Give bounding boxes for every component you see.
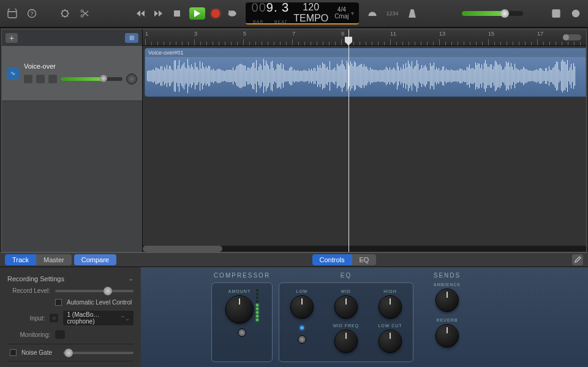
track-header-column: + ⊞ ∿ Voice-over xyxy=(2,29,143,252)
loops-icon[interactable] xyxy=(570,7,582,20)
editor-bar: Track Master Compare Controls EQ xyxy=(0,252,588,267)
count-in-label[interactable]: 1234 xyxy=(386,10,398,17)
metronome-icon[interactable] xyxy=(406,7,418,20)
inspector: Recording Settings ⌄ Record Level: Autom… xyxy=(0,267,141,367)
tab-controls[interactable]: Controls xyxy=(312,254,352,265)
help-icon[interactable]: ? xyxy=(26,7,38,20)
compressor-meter xyxy=(256,289,258,321)
eq-high-knob[interactable] xyxy=(379,295,402,319)
play-button[interactable] xyxy=(189,7,205,20)
tab-master[interactable]: Master xyxy=(36,254,72,265)
tab-eq[interactable]: EQ xyxy=(352,254,377,265)
eq-title: EQ xyxy=(279,272,413,279)
lcd-timesig[interactable]: 4/4 xyxy=(334,6,349,13)
svg-text:?: ? xyxy=(30,10,33,17)
ambience-knob[interactable] xyxy=(435,289,459,312)
lcd-display[interactable]: 009. 3 BAR BEAT 120 TEMPO 4/4 Cmaj ▾ xyxy=(246,2,359,25)
timeline: 135791113151719 Voice-over#01 xyxy=(143,29,586,252)
sends-title: SENDS xyxy=(420,272,475,279)
track-master-segment: Track Master xyxy=(5,254,72,265)
input-monitor-button[interactable] xyxy=(48,75,57,83)
recording-settings-header[interactable]: Recording Settings xyxy=(7,275,64,282)
auto-level-label: Automatic Level Control xyxy=(67,299,132,306)
amount-label: AMOUNT xyxy=(228,289,251,293)
waveform xyxy=(145,57,586,95)
zoom-scroll[interactable] xyxy=(563,34,581,40)
playhead[interactable] xyxy=(349,29,349,252)
monitoring-label: Monitoring: xyxy=(7,331,50,338)
record-level-label: Record Level: xyxy=(7,287,50,294)
pan-knob[interactable] xyxy=(126,74,137,85)
eq-lowcut-knob[interactable] xyxy=(379,330,402,353)
eq-jack[interactable] xyxy=(298,335,306,344)
cycle-icon[interactable] xyxy=(226,7,238,20)
lcd-tempo-label: TEMPO xyxy=(293,13,328,24)
input-label: Input: xyxy=(7,315,45,322)
lower-panel: Recording Settings ⌄ Record Level: Autom… xyxy=(0,267,588,367)
smart-controls-icon[interactable] xyxy=(59,7,71,20)
audio-region[interactable]: Voice-over#01 xyxy=(145,48,586,97)
lcd-bar-dim: 00 xyxy=(252,1,266,14)
mute-button[interactable] xyxy=(24,75,32,83)
lcd-beat-label: BEAT xyxy=(274,20,288,24)
eq-led xyxy=(300,326,304,330)
noise-gate-checkbox[interactable] xyxy=(10,349,17,356)
lcd-bar-value: 9. 3 xyxy=(266,1,289,14)
controls-eq-segment: Controls EQ xyxy=(312,254,377,265)
monitoring-button[interactable] xyxy=(55,330,65,339)
stop-icon[interactable] xyxy=(171,7,183,20)
region-label: Voice-over#01 xyxy=(145,48,586,57)
track-lane[interactable]: Voice-over#01 xyxy=(143,46,586,101)
track-header-config-icon[interactable]: ⊞ xyxy=(125,33,138,43)
solo-button[interactable] xyxy=(36,75,45,83)
compare-button[interactable]: Compare xyxy=(74,254,116,265)
scissors-icon[interactable] xyxy=(78,7,91,20)
lcd-bar-label: BAR xyxy=(253,20,263,24)
chevron-down-icon[interactable]: ⌄ xyxy=(128,274,134,282)
noise-gate-slider[interactable] xyxy=(63,352,134,354)
svg-rect-5 xyxy=(174,10,180,17)
track-type-icon: ∿ xyxy=(7,67,19,80)
lcd-tempo-value[interactable]: 120 xyxy=(293,2,328,13)
lcd-key[interactable]: Cmaj xyxy=(334,13,349,20)
eq-midfreq-knob[interactable] xyxy=(334,330,358,353)
auto-level-checkbox[interactable] xyxy=(55,299,62,306)
toolbar: ? 009. 3 BAR BEAT 120 TEMPO 4/4 Cmaj ▾ 1… xyxy=(0,0,588,28)
forward-icon[interactable] xyxy=(153,7,165,20)
input-select[interactable]: 1 (MacBo…crophone)⌃⌄ xyxy=(63,311,134,325)
edit-icon[interactable] xyxy=(572,254,583,265)
ruler[interactable]: 135791113151719 xyxy=(143,29,586,46)
smart-controls-panel: COMPRESSOR AMOUNT EQ xyxy=(141,267,588,367)
eq-low-knob[interactable] xyxy=(290,295,314,319)
transport-controls xyxy=(134,7,238,20)
input-format-button[interactable]: ○ xyxy=(50,314,58,322)
rewind-icon[interactable] xyxy=(134,7,146,20)
track-volume-slider[interactable] xyxy=(61,77,123,81)
tuner-icon[interactable] xyxy=(366,7,379,20)
horizontal-scrollbar[interactable] xyxy=(143,246,586,252)
add-track-button[interactable]: + xyxy=(6,33,18,43)
track-name[interactable]: Voice-over xyxy=(24,62,137,70)
compressor-amount-knob[interactable] xyxy=(225,295,254,323)
master-volume-slider[interactable] xyxy=(462,11,523,16)
noise-gate-label: Noise Gate xyxy=(21,349,58,356)
arrange-area: + ⊞ ∿ Voice-over 135791113151719 Voi xyxy=(1,29,587,252)
library-icon[interactable] xyxy=(6,7,18,20)
compressor-jack[interactable] xyxy=(238,328,246,337)
lcd-menu-chevron[interactable]: ▾ xyxy=(351,10,354,17)
compressor-title: COMPRESSOR xyxy=(211,272,273,279)
reverb-knob[interactable] xyxy=(435,324,459,347)
tab-track[interactable]: Track xyxy=(5,254,36,265)
notepad-icon[interactable] xyxy=(550,7,562,20)
record-button[interactable] xyxy=(211,9,220,18)
eq-mid-knob[interactable] xyxy=(334,295,358,319)
track-header[interactable]: ∿ Voice-over xyxy=(2,46,142,101)
record-level-slider[interactable] xyxy=(55,290,134,292)
